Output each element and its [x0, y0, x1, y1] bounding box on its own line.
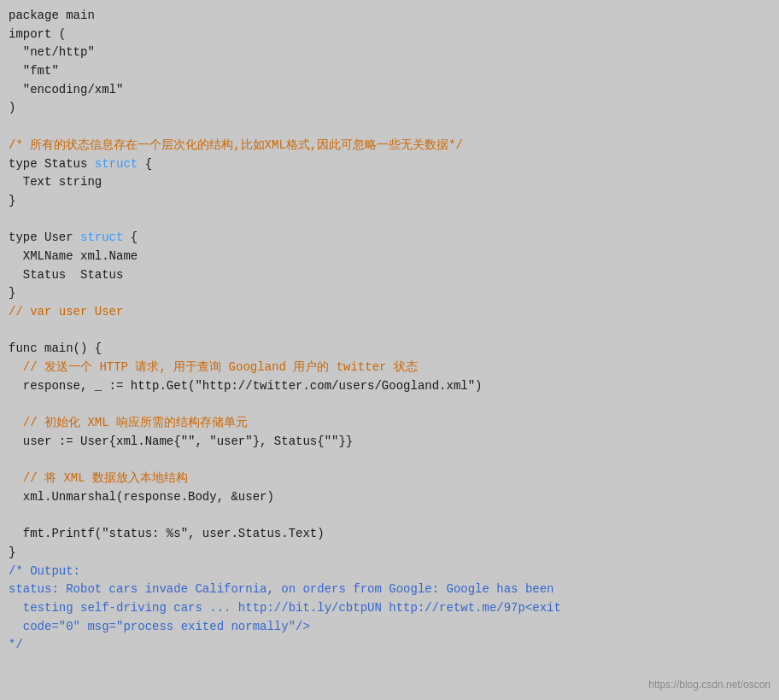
line-8: /* 所有的状态信息存在一个层次化的结构,比如XML格式,因此可忽略一些无关数据… [9, 137, 770, 155]
line-28 [9, 507, 770, 526]
line-34: code="0" msg="process exited normally"/> [9, 618, 770, 637]
line-20: // 发送一个 HTTP 请求, 用于查询 Googland 用户的 twitt… [9, 359, 770, 377]
line-2: import ( [9, 26, 770, 44]
line-5: "encoding/xml" [9, 81, 770, 100]
line-17: // var user User [9, 303, 770, 322]
watermark: https://blog.csdn.net/oscon [648, 677, 770, 693]
line-32: status: Robot cars invade California, on… [9, 580, 770, 599]
line-24: user := User{xml.Name{"", "user"}, Statu… [9, 433, 770, 452]
line-3: "net/http" [9, 44, 770, 62]
line-9: type Status struct { [9, 155, 770, 174]
line-30: } [9, 544, 770, 563]
line-33: testing self-driving cars ... http://bit… [9, 599, 770, 618]
line-1: package main [9, 7, 770, 26]
line-14: XMLName xml.Name [9, 248, 770, 266]
line-19: func main() { [9, 340, 770, 359]
line-18 [9, 322, 770, 341]
line-27: xml.Unmarshal(response.Body, &user) [9, 488, 770, 507]
line-4: "fmt" [9, 62, 770, 81]
line-11: } [9, 192, 770, 211]
line-10: Text string [9, 173, 770, 192]
line-23: // 初始化 XML 响应所需的结构存储单元 [9, 414, 770, 433]
line-7 [9, 118, 770, 137]
code-container: package main import ( "net/http" "fmt" "… [0, 0, 779, 700]
line-31: /* Output: [9, 563, 770, 581]
line-26: // 将 XML 数据放入本地结构 [9, 470, 770, 488]
line-21: response, _ := http.Get("http://twitter.… [9, 377, 770, 396]
line-22 [9, 395, 770, 414]
line-12 [9, 211, 770, 230]
line-15: Status Status [9, 266, 770, 285]
line-29: fmt.Printf("status: %s", user.Status.Tex… [9, 525, 770, 544]
line-35: */ [9, 636, 770, 655]
line-16: } [9, 284, 770, 303]
line-25 [9, 452, 770, 470]
line-13: type User struct { [9, 229, 770, 248]
line-6: ) [9, 99, 770, 118]
